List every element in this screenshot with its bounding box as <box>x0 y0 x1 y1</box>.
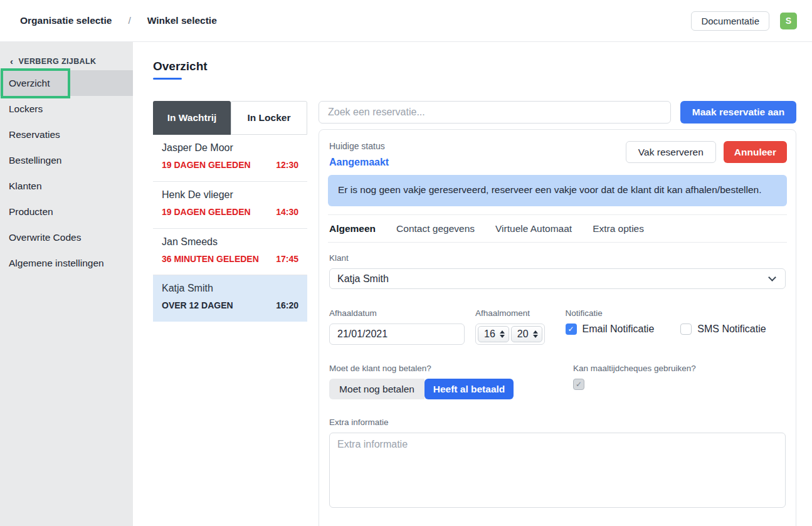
sidebar-item-klanten[interactable]: Klanten <box>0 173 133 199</box>
reservation-detail-card: Huidige status Aangemaakt Vak reserveren… <box>319 129 796 526</box>
minute-stepper[interactable]: 20 <box>511 326 542 342</box>
reservation-name: Jan Smeeds <box>162 236 298 248</box>
header-actions: Documentatie S <box>691 11 797 31</box>
create-reservation-button[interactable]: Maak reservatie aan <box>680 101 796 124</box>
sidebar-item-lockers[interactable]: Lockers <box>0 96 133 122</box>
user-avatar[interactable]: S <box>780 13 797 29</box>
payment-option-heeft-al-betaald[interactable]: Heeft al betaald <box>424 379 514 399</box>
hour-value: 16 <box>484 329 495 340</box>
afhaaldatum-label: Afhaaldatum <box>329 308 465 318</box>
stepper-arrows-icon[interactable] <box>533 330 538 338</box>
sidebar-item-label: Lockers <box>9 103 43 115</box>
list-item-katja[interactable]: Katja Smith OVER 12 DAGEN 16:20 <box>153 275 307 322</box>
sidebar-item-label: Overzicht <box>9 78 50 89</box>
top-header: Organisatie selectie / Winkel selectie D… <box>0 0 812 42</box>
email-notificatie-checkbox[interactable]: ✓ <box>566 323 577 335</box>
minute-value: 20 <box>517 329 529 340</box>
documentation-button[interactable]: Documentatie <box>691 11 769 31</box>
sidebar-item-label: Klanten <box>9 181 42 192</box>
sidebar-item-bestellingen[interactable]: Bestellingen <box>0 147 133 173</box>
chevron-down-icon <box>768 273 776 281</box>
klant-select[interactable]: Katja Smith <box>329 268 786 289</box>
notificatie-label: Notificatie <box>566 308 786 318</box>
chevron-left-icon: ‹ <box>10 56 13 66</box>
sms-notificatie-label: SMS Notificatie <box>697 323 766 335</box>
main-content: Overzicht In Wachtrij In Locker Jasper D… <box>133 42 812 526</box>
stepper-arrows-icon[interactable] <box>500 330 505 338</box>
sidebar-item-producten[interactable]: Producten <box>0 199 133 224</box>
sms-notificatie-checkbox[interactable] <box>680 323 692 335</box>
reservation-status: OVER 12 DAGEN <box>162 298 233 313</box>
info-message-box: Er is nog geen vakje gereserveerd, reser… <box>328 175 787 206</box>
sidebar-collapse-button[interactable]: ‹ VERBERG ZIJBALK <box>0 54 133 69</box>
afhaalmoment-label: Afhaalmoment <box>475 308 545 318</box>
breadcrumb-winkel[interactable]: Winkel selectie <box>147 15 217 26</box>
status-value-link[interactable]: Aangemaakt <box>329 157 389 168</box>
cheques-question-label: Kan maaltijdcheques gebruiken? <box>573 364 786 373</box>
tab-in-wachtrij[interactable]: In Wachtrij <box>153 101 231 135</box>
afhaalmoment-steppers: 16 20 <box>475 323 545 345</box>
reservation-name: Jasper De Moor <box>162 142 298 154</box>
tab-algemeen[interactable]: Algemeen <box>329 223 376 234</box>
sidebar-collapse-label: VERBERG ZIJBALK <box>18 57 96 66</box>
page-title: Overzicht <box>153 60 796 73</box>
reservation-detail-panel: Maak reservatie aan Huidige status Aange… <box>319 101 796 526</box>
status-block: Huidige status Aangemaakt <box>329 139 389 168</box>
maaltijdcheques-checkbox[interactable]: ✓ <box>573 379 584 390</box>
detail-tabs: Algemeen Contact gegevens Virtuele Autom… <box>328 215 787 243</box>
reservation-time: 14:30 <box>276 205 298 220</box>
extra-informatie-label: Extra informatie <box>329 418 786 427</box>
hour-stepper[interactable]: 16 <box>478 326 509 342</box>
breadcrumb-separator: / <box>128 15 130 26</box>
tab-contact-gegevens[interactable]: Contact gegevens <box>396 223 475 234</box>
sidebar-item-label: Algemene instellingen <box>9 258 104 269</box>
reservation-status: 36 MINUTEN GELEDEN <box>162 252 259 267</box>
reservation-list: Jasper De Moor 19 DAGEN GELEDEN 12:30 He… <box>153 135 307 322</box>
page-title-underline <box>153 78 182 80</box>
tab-in-locker[interactable]: In Locker <box>231 101 307 135</box>
reservation-time: 12:30 <box>276 158 298 173</box>
reservation-name: Katja Smith <box>162 283 298 294</box>
sidebar-item-overzicht[interactable]: Overzicht <box>0 70 133 96</box>
email-notificatie-label: Email Notificatie <box>583 323 655 335</box>
reservation-status: 19 DAGEN GELEDEN <box>162 205 251 220</box>
sidebar-item-algemene-instellingen[interactable]: Algemene instellingen <box>0 250 133 276</box>
afhaaldatum-input[interactable] <box>329 323 465 345</box>
list-item-jasper[interactable]: Jasper De Moor 19 DAGEN GELEDEN 12:30 <box>153 135 307 182</box>
breadcrumb: Organisatie selectie / Winkel selectie <box>20 15 217 26</box>
list-item-jan[interactable]: Jan Smeeds 36 MINUTEN GELEDEN 17:45 <box>153 229 307 276</box>
sidebar-item-overwrite-codes[interactable]: Overwrite Codes <box>0 224 133 250</box>
reservation-status: 19 DAGEN GELEDEN <box>162 158 251 173</box>
klant-selected-value: Katja Smith <box>337 273 389 285</box>
payment-option-moet-nog-betalen[interactable]: Moet nog betalen <box>329 379 424 399</box>
reservation-queue-panel: In Wachtrij In Locker Jasper De Moor 19 … <box>153 101 307 322</box>
tab-virtuele-automaat[interactable]: Virtuele Automaat <box>495 223 572 234</box>
app-window: Organisatie selectie / Winkel selectie D… <box>0 0 812 526</box>
sidebar-item-label: Producten <box>9 206 53 218</box>
cancel-button[interactable]: Annuleer <box>724 141 787 163</box>
sidebar: ‹ VERBERG ZIJBALK Overzicht Lockers Rese… <box>0 42 133 526</box>
sidebar-item-label: Bestellingen <box>9 155 61 166</box>
reservation-time: 17:45 <box>276 252 298 267</box>
sidebar-item-reservaties[interactable]: Reservaties <box>0 122 133 147</box>
extra-informatie-textarea[interactable] <box>329 433 786 508</box>
reservation-name: Henk De vlieger <box>162 189 298 201</box>
sidebar-nav: Overzicht Lockers Reservaties Bestelling… <box>0 70 133 276</box>
tab-extra-opties[interactable]: Extra opties <box>593 223 644 234</box>
status-label: Huidige status <box>329 141 389 151</box>
reservation-time: 16:20 <box>276 298 298 313</box>
list-item-henk[interactable]: Henk De vlieger 19 DAGEN GELEDEN 14:30 <box>153 182 307 229</box>
payment-toggle: Moet nog betalen Heeft al betaald <box>329 379 573 399</box>
reserve-slot-button[interactable]: Vak reserveren <box>626 141 716 163</box>
sidebar-item-label: Reservaties <box>9 129 60 140</box>
klant-label: Klant <box>329 253 786 263</box>
sidebar-item-label: Overwrite Codes <box>9 232 81 243</box>
breadcrumb-organisatie[interactable]: Organisatie selectie <box>20 15 112 26</box>
search-input[interactable] <box>319 101 671 124</box>
queue-tabs: In Wachtrij In Locker <box>153 101 307 135</box>
payment-question-label: Moet de klant nog betalen? <box>329 364 573 373</box>
